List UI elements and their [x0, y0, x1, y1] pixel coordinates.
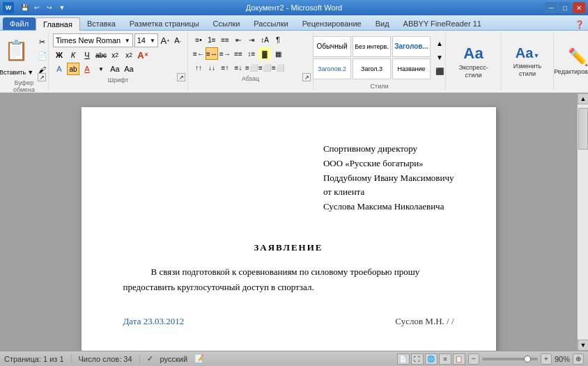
sort-button[interactable]: ↕A [258, 33, 271, 46]
copy-button[interactable]: 📄 [36, 49, 49, 62]
increase-indent-button[interactable]: ⇥ [245, 33, 258, 46]
paste-dropdown[interactable]: Вставить ▼ [0, 67, 33, 78]
align-right-button[interactable]: ≡→ [219, 47, 231, 60]
styles-down-button[interactable]: ▼ [433, 51, 446, 64]
zoom-percent[interactable]: 90% [555, 355, 570, 363]
quickaccess-dropdown[interactable]: ▼ [56, 2, 68, 13]
clipboard-expand[interactable]: ↗ [38, 73, 46, 81]
zoom-fit-button[interactable]: ⊕ [573, 353, 584, 365]
tab-mailings[interactable]: Рассылки [247, 17, 295, 30]
para-extra2[interactable]: ↓↓ [206, 61, 218, 74]
font-case-button[interactable]: Aa [123, 63, 135, 75]
subscript-button[interactable]: x2 [109, 49, 121, 61]
status-sep1 [71, 354, 72, 364]
para-extra1[interactable]: ↑↑ [192, 61, 205, 74]
para-extra3[interactable]: ≡↑ [219, 61, 231, 74]
font-size2-button[interactable]: Aa [109, 63, 121, 75]
change-styles-button[interactable]: Аа▼ Изменить стили [509, 38, 546, 86]
document-body[interactable]: В связи подготовкой к соревнованиям по с… [123, 264, 454, 295]
font-grow-button[interactable]: A+ [160, 34, 171, 47]
underline-button[interactable]: Ч [81, 49, 93, 61]
font-expand[interactable]: ↗ [177, 73, 185, 81]
font-size-selector[interactable]: 14 ▼ [134, 33, 158, 47]
clipboard-group: 📋 Вставить ▼ ✂ 📄 🖌 Буфер обмена ↗ [0, 32, 49, 91]
scroll-track[interactable] [578, 104, 588, 340]
font-shrink-button[interactable]: A- [172, 34, 183, 47]
para-extra6[interactable]: ≡⬜ [258, 61, 271, 74]
vertical-scrollbar[interactable]: ▲ ▼ [577, 93, 588, 351]
tab-page-layout[interactable]: Разметка страницы [123, 17, 206, 30]
tab-review[interactable]: Рецензирование [295, 17, 369, 30]
scroll-thumb[interactable] [578, 108, 588, 150]
highlight-button[interactable]: ab [67, 63, 79, 75]
view-web-btn[interactable]: 🌐 [425, 353, 438, 365]
view-print-btn[interactable]: 📄 [397, 353, 410, 365]
express-styles-button[interactable]: Аа Экспресс-стили [456, 38, 492, 86]
zoom-out-button[interactable]: − [468, 353, 479, 365]
tab-abbyy[interactable]: ABBYY FineReader 11 [396, 17, 488, 30]
font-row1: Times New Roman ▼ 14 ▼ A+ A- [53, 33, 183, 47]
paste-button[interactable]: 📋 [1, 33, 32, 67]
multi-list-button[interactable]: ≡≡ [219, 33, 231, 46]
clear-format-button[interactable]: A✕ [137, 49, 149, 61]
bullet-list-button[interactable]: ≡• [192, 33, 205, 46]
language[interactable]: русский [160, 355, 187, 363]
pilcrow-button[interactable]: ¶ [272, 33, 284, 46]
font-name-selector[interactable]: Times New Roman ▼ [53, 33, 133, 47]
redo-quick-btn[interactable]: ↪ [44, 2, 55, 13]
para-extra4[interactable]: ≡↓ [232, 61, 245, 74]
editing-button[interactable]: ✏️ Редактирование [560, 38, 589, 86]
para-extra5[interactable]: ≡⬜ [245, 61, 258, 74]
font-color-arrow[interactable]: ▼ [95, 63, 107, 75]
tab-links[interactable]: Ссылки [206, 17, 247, 30]
maximize-button[interactable]: □ [559, 2, 571, 13]
scroll-up-button[interactable]: ▲ [578, 93, 588, 104]
view-fullscreen-btn[interactable]: ⛶ [411, 353, 424, 365]
line-spacing-button[interactable]: ↕≡ [245, 47, 258, 60]
minimize-button[interactable]: ─ [545, 2, 557, 13]
spell-check[interactable]: ✓ [147, 354, 153, 363]
superscript-button[interactable]: x2 [123, 49, 135, 61]
save-quick-btn[interactable]: 💾 [19, 2, 30, 13]
align-center-button[interactable]: ≡↔ [206, 47, 218, 60]
express-styles-label: Экспресс-стили [458, 64, 489, 79]
shading-button[interactable]: ▓ [258, 47, 271, 60]
style-normal[interactable]: Обычный [313, 36, 351, 57]
font-color-button[interactable]: A [81, 63, 93, 75]
close-button[interactable]: ✕ [573, 2, 585, 13]
text-effects-button[interactable]: A [53, 63, 65, 75]
styles-up-button[interactable]: ▲ [433, 38, 446, 50]
style-heading3[interactable]: Загол.3 [353, 58, 391, 79]
zoom-slider[interactable] [482, 358, 538, 360]
style-no-interval[interactable]: Без интерв. [353, 36, 391, 57]
view-draft-btn[interactable]: 📋 [453, 353, 465, 365]
undo-quick-btn[interactable]: ↩ [31, 2, 42, 13]
zoom-slider-thumb[interactable] [524, 356, 531, 363]
style-title[interactable]: Название [392, 58, 431, 79]
track-changes[interactable]: 📝 [194, 354, 204, 363]
tab-insert[interactable]: Вставка [80, 17, 123, 30]
styles-more-button[interactable]: ⬛ [433, 65, 446, 78]
tab-view[interactable]: Вид [369, 17, 396, 30]
ribbon-help-btn[interactable]: ❓ [574, 19, 585, 30]
para-extra7[interactable]: ≡⬜ [272, 61, 284, 74]
cut-button[interactable]: ✂ [36, 35, 49, 48]
change-styles-label: Изменить стили [512, 63, 543, 78]
italic-button[interactable]: К [67, 49, 79, 61]
paragraph-expand[interactable]: ↗ [302, 73, 311, 81]
borders-button[interactable]: ▦ [272, 47, 284, 60]
decrease-indent-button[interactable]: ⇤ [232, 33, 245, 46]
express-styles-icon: Аа [463, 45, 483, 63]
zoom-in-button[interactable]: + [541, 353, 552, 365]
scroll-down-button[interactable]: ▼ [578, 340, 588, 351]
tab-home[interactable]: Главная [36, 17, 80, 31]
tab-file[interactable]: Файл [3, 17, 36, 30]
view-outline-btn[interactable]: ≡ [439, 353, 451, 365]
style-heading1[interactable]: Заголов... [392, 36, 431, 57]
strikethrough-button[interactable]: abc [95, 49, 107, 61]
bold-button[interactable]: Ж [53, 49, 65, 61]
style-heading2[interactable]: Заголов.2 [313, 58, 351, 79]
justify-button[interactable]: ≡≡ [232, 47, 245, 60]
numbered-list-button[interactable]: 1≡ [206, 33, 218, 46]
align-left-button[interactable]: ≡← [192, 47, 205, 60]
